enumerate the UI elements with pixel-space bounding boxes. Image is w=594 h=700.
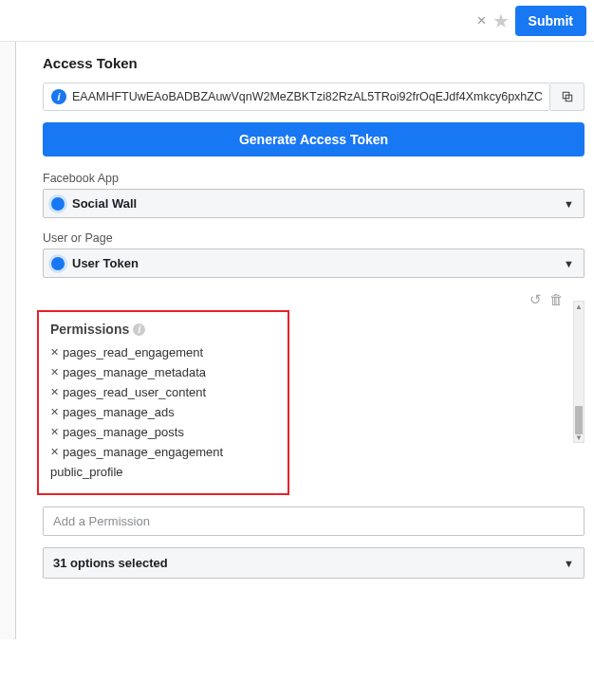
undo-icon[interactable]: ↺ xyxy=(529,291,542,308)
permissions-title: Permissions i xyxy=(50,322,276,337)
permission-item: public_profile xyxy=(50,462,276,482)
permission-name: public_profile xyxy=(50,465,123,479)
remove-permission-icon[interactable]: ✕ xyxy=(50,426,59,438)
chevron-down-icon: ▼ xyxy=(564,198,574,210)
trash-icon[interactable]: 🗑 xyxy=(549,291,564,308)
permission-name: pages_manage_metadata xyxy=(63,365,206,379)
scrollbar-thumb[interactable] xyxy=(575,406,583,434)
collapsed-sidebar[interactable] xyxy=(0,42,16,639)
scrollbar-vertical[interactable]: ▲ ▼ xyxy=(573,301,585,443)
permission-item: ✕pages_manage_ads xyxy=(50,402,276,422)
generate-access-token-button[interactable]: Generate Access Token xyxy=(43,122,585,157)
remove-permission-icon[interactable]: ✕ xyxy=(50,366,59,378)
submit-button[interactable]: Submit xyxy=(515,6,586,36)
user-or-page-selected: User Token xyxy=(72,256,564,270)
permission-name: pages_read_user_content xyxy=(63,385,206,399)
chevron-down-icon: ▼ xyxy=(564,258,574,269)
user-or-page-select[interactable]: User Token ▼ xyxy=(43,249,585,278)
permission-item: ✕pages_read_user_content xyxy=(50,382,276,402)
close-icon[interactable]: × xyxy=(477,12,487,28)
permission-name: pages_manage_ads xyxy=(63,405,175,419)
radio-dot-icon xyxy=(51,197,65,211)
facebook-app-label: Facebook App xyxy=(43,172,585,185)
access-token-title: Access Token xyxy=(43,55,585,71)
permission-name: pages_read_engagement xyxy=(63,345,203,359)
remove-permission-icon[interactable]: ✕ xyxy=(50,446,59,458)
chevron-down-icon: ▼ xyxy=(564,558,574,569)
access-token-value: EAAMHFTUwEAoBADBZAuwVqnW2MeZBKTzi82RzAL5… xyxy=(72,90,542,103)
add-permission-input[interactable]: Add a Permission xyxy=(43,507,585,536)
options-selected-label: 31 options selected xyxy=(53,556,168,570)
permission-item: ✕pages_manage_engagement xyxy=(50,442,276,462)
access-token-input[interactable]: i EAAMHFTUwEAoBADBZAuwVqnW2MeZBKTzi82RzA… xyxy=(43,83,550,111)
top-bar: × ★ Submit xyxy=(0,0,594,42)
remove-permission-icon[interactable]: ✕ xyxy=(50,346,59,359)
copy-button[interactable] xyxy=(550,83,585,111)
options-selected-dropdown[interactable]: 31 options selected ▼ xyxy=(43,547,585,579)
permission-item: ✕pages_read_engagement xyxy=(50,342,276,362)
scroll-up-icon[interactable]: ▲ xyxy=(574,302,584,311)
facebook-app-selected: Social Wall xyxy=(72,196,564,211)
copy-icon xyxy=(561,90,574,103)
permission-item: ✕pages_manage_metadata xyxy=(50,362,276,382)
star-icon[interactable]: ★ xyxy=(492,11,510,30)
radio-dot-icon xyxy=(51,257,65,270)
permissions-list: ✕pages_read_engagement✕pages_manage_meta… xyxy=(50,342,276,482)
facebook-app-select[interactable]: Social Wall ▼ xyxy=(43,189,585,218)
scroll-down-icon[interactable]: ▼ xyxy=(574,433,584,442)
remove-permission-icon[interactable]: ✕ xyxy=(50,406,59,418)
remove-permission-icon[interactable]: ✕ xyxy=(50,386,59,398)
permission-name: pages_manage_engagement xyxy=(63,445,223,459)
user-or-page-label: User or Page xyxy=(43,231,585,245)
permission-item: ✕pages_manage_posts xyxy=(50,422,276,442)
main-content: Access Token i EAAMHFTUwEAoBADBZAuwVqnW2… xyxy=(28,42,594,700)
permissions-highlight-box: Permissions i ✕pages_read_engagement✕pag… xyxy=(37,310,289,495)
info-icon[interactable]: i xyxy=(51,89,66,104)
help-icon[interactable]: i xyxy=(133,323,145,336)
permission-name: pages_manage_posts xyxy=(63,425,184,439)
